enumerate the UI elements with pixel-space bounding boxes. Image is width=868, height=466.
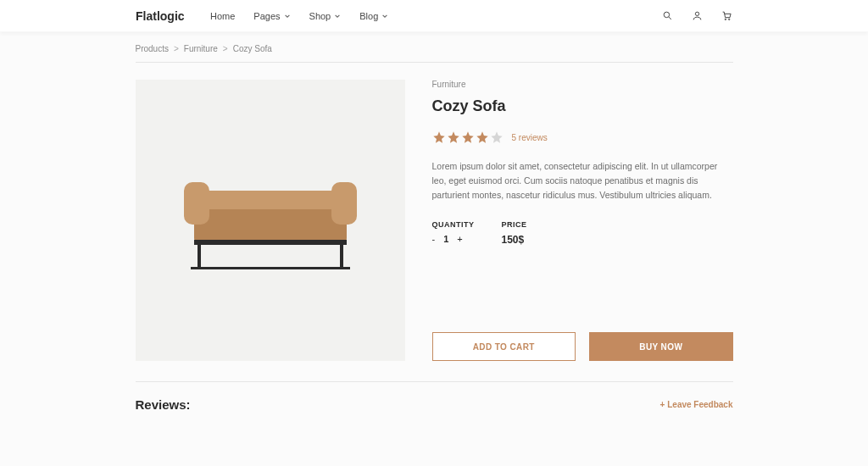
cart-icon[interactable] <box>721 10 732 21</box>
cta-row: ADD TO CART BUY NOW <box>432 332 733 361</box>
svg-rect-12 <box>191 267 350 269</box>
quantity-decrease-button[interactable]: - <box>432 234 436 244</box>
chevron-down-icon <box>381 13 388 19</box>
product-details: Furniture Cozy Sofa 5 reviews Lorem ipsu… <box>432 80 733 361</box>
reviews-header: Reviews: + Leave Feedback <box>136 382 733 412</box>
nav-shop[interactable]: Shop <box>309 11 342 21</box>
svg-rect-9 <box>194 240 347 245</box>
svg-point-0 <box>664 12 670 18</box>
star-icon <box>447 130 460 144</box>
rating-row: 5 reviews <box>432 130 733 144</box>
quantity-label: QUANTITY <box>432 220 475 229</box>
breadcrumb-category[interactable]: Furniture <box>184 44 218 53</box>
search-icon[interactable] <box>662 10 673 21</box>
product-title: Cozy Sofa <box>432 97 733 115</box>
nav-blog-label: Blog <box>359 11 378 21</box>
nav-shop-label: Shop <box>309 11 331 21</box>
svg-point-4 <box>729 19 730 19</box>
quantity-value: 1 <box>443 234 448 244</box>
nav-home-label: Home <box>210 11 235 21</box>
star-icon <box>490 130 504 144</box>
svg-rect-10 <box>198 245 201 269</box>
header-icons <box>662 10 844 21</box>
reviews-heading: Reviews: <box>136 397 191 412</box>
product-section: Furniture Cozy Sofa 5 reviews Lorem ipsu… <box>136 63 733 382</box>
nav-home[interactable]: Home <box>210 11 235 21</box>
leave-feedback-button[interactable]: + Leave Feedback <box>660 400 733 409</box>
user-icon[interactable] <box>692 10 703 21</box>
logo[interactable]: Flatlogic <box>24 9 193 23</box>
buy-now-button[interactable]: BUY NOW <box>589 332 733 361</box>
svg-rect-11 <box>340 245 343 269</box>
nav-pages-label: Pages <box>253 11 280 21</box>
chevron-down-icon <box>284 13 291 19</box>
chevron-down-icon <box>334 13 341 19</box>
quantity-stepper: - 1 + <box>432 234 475 244</box>
main-nav: Home Pages Shop Blog <box>193 11 662 21</box>
svg-point-2 <box>695 12 698 15</box>
product-description: Lorem ipsum dolor sit amet, consectetur … <box>432 159 721 202</box>
breadcrumb-separator: > <box>174 44 179 53</box>
star-icon <box>432 130 446 144</box>
site-header: Flatlogic Home Pages Shop Blog <box>0 0 868 32</box>
breadcrumb-current: Cozy Sofa <box>233 44 272 53</box>
breadcrumb: Products > Furniture > Cozy Sofa <box>136 32 733 63</box>
star-rating <box>432 130 504 144</box>
breadcrumb-separator: > <box>223 44 228 53</box>
product-image <box>169 157 372 284</box>
svg-rect-8 <box>331 182 357 225</box>
breadcrumb-products[interactable]: Products <box>136 44 169 53</box>
reviews-link[interactable]: 5 reviews <box>512 133 548 142</box>
price-value: 150$ <box>502 234 527 246</box>
svg-line-1 <box>669 17 671 19</box>
nav-pages[interactable]: Pages <box>253 11 290 21</box>
product-category: Furniture <box>432 80 733 89</box>
quantity-section: QUANTITY - 1 + <box>432 220 475 246</box>
price-section: PRICE 150$ <box>502 220 527 246</box>
star-icon <box>476 130 489 144</box>
svg-rect-7 <box>184 182 209 225</box>
product-image-gallery[interactable] <box>136 80 405 361</box>
quantity-price-row: QUANTITY - 1 + PRICE 150$ <box>432 220 733 246</box>
svg-point-3 <box>725 19 726 19</box>
nav-blog[interactable]: Blog <box>359 11 388 21</box>
add-to-cart-button[interactable]: ADD TO CART <box>432 332 576 361</box>
quantity-increase-button[interactable]: + <box>457 234 462 244</box>
star-icon <box>461 130 475 144</box>
price-label: PRICE <box>502 220 527 229</box>
svg-rect-6 <box>194 209 347 241</box>
